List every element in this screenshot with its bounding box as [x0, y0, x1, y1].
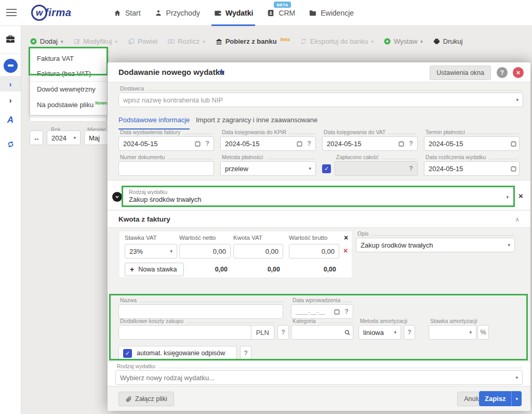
numer-dokumentu-input[interactable]: [119, 162, 214, 175]
button-label: Drukuj: [443, 37, 463, 45]
wartosc-netto-input[interactable]: [180, 244, 230, 258]
help-icon[interactable]: ?: [407, 140, 417, 147]
help-icon[interactable]: ?: [342, 308, 353, 315]
calendar-icon[interactable]: [194, 140, 201, 147]
clear-table-icon[interactable]: ×: [344, 234, 348, 242]
data-rozliczenia-field[interactable]: Data rozliczenia wydatku: [424, 161, 520, 176]
data-ksiegowania-vat-field[interactable]: Data księgowania do VAT ?: [322, 136, 418, 151]
calendar-icon[interactable]: [296, 140, 303, 147]
help-icon[interactable]: ?: [497, 67, 508, 78]
nowa-stawka-button[interactable]: + Nowa stawka: [125, 263, 184, 276]
sidebar-item-briefcase[interactable]: [0, 31, 21, 47]
sidebar-item-expand-1[interactable]: ›: [0, 76, 21, 92]
data-wystawienia-field[interactable]: Data wystawienia faktury ?: [118, 136, 214, 151]
nazwa-field[interactable]: Nazwa: [118, 304, 283, 319]
collapse-section-button[interactable]: [112, 192, 122, 202]
kategoria-input[interactable]: [291, 326, 343, 339]
dodatkowe-koszty-input[interactable]: [119, 326, 251, 339]
calendar-icon[interactable]: [398, 140, 405, 147]
powiel-button[interactable]: Powiel: [127, 37, 157, 45]
nazwa-input[interactable]: [119, 305, 283, 318]
calendar-icon[interactable]: [334, 308, 340, 315]
help-icon[interactable]: ?: [203, 140, 214, 147]
sidebar-item-sync[interactable]: [0, 136, 21, 152]
wartosc-brutto-field[interactable]: [289, 244, 339, 258]
dodaj-button[interactable]: Dodaj ▾: [30, 37, 63, 45]
data-wystawienia-input[interactable]: [119, 137, 193, 150]
hamburger-menu-icon[interactable]: [6, 9, 17, 17]
total-netto: 0,00: [196, 266, 228, 273]
save-dropdown-arrow-icon[interactable]: ▾: [511, 391, 522, 406]
remove-expense-type-icon[interactable]: ×: [518, 191, 523, 200]
stawka-vat-select[interactable]: 23% ▾: [125, 244, 177, 258]
rozlicz-button[interactable]: Rozlicz ▾: [167, 37, 205, 45]
sidebar-item-amortization[interactable]: A: [0, 112, 21, 128]
nav-item-przychody[interactable]: Przychody: [154, 0, 200, 26]
collapse-chevron-icon[interactable]: ∧: [515, 216, 520, 223]
wfirma-logo[interactable]: w firma: [31, 5, 71, 21]
pobierz-z-banku-button[interactable]: Pobierz z banku Beta: [215, 37, 290, 45]
help-icon[interactable]: ?: [277, 325, 289, 340]
nav-item-crm[interactable]: BETA CRM: [267, 0, 295, 26]
data-ksiegowania-kpir-input[interactable]: [221, 137, 295, 150]
help-icon[interactable]: ?: [407, 165, 417, 172]
termin-platnosci-input[interactable]: [424, 137, 509, 150]
dodatkowe-koszty-field[interactable]: Dodatkowe koszty zakupu PLN: [118, 325, 274, 340]
sidebar-item-wydatki-active[interactable]: [0, 58, 21, 73]
kwota-vat-field[interactable]: [233, 244, 283, 258]
nowy-rodzaj-wydatku-select[interactable]: Rodzaj wydatku Wybierz nowy rodzaj wydat…: [115, 370, 523, 385]
zapisz-button[interactable]: Zapisz ▾: [479, 391, 522, 406]
wartosc-netto-field[interactable]: [179, 244, 231, 258]
menu-item-na-podstawie-pliku[interactable]: Na podstawie plikuNowość: [30, 97, 107, 112]
data-wprowadzenia-field[interactable]: Data wprowadzenia ?: [291, 304, 353, 319]
tab-podstawowe-informacje[interactable]: Podstawowe informacje: [118, 116, 190, 130]
data-ksiegowania-vat-input[interactable]: [323, 137, 397, 150]
year-range-toggle[interactable]: ↔: [30, 131, 43, 145]
dropdown-arrow-icon: ▾: [203, 39, 205, 44]
data-wprowadzenia-input[interactable]: [291, 305, 332, 318]
calendar-icon[interactable]: [510, 165, 517, 172]
window-settings-button[interactable]: Ustawienia okna: [430, 66, 491, 80]
button-label: Zapisz: [479, 391, 511, 406]
termin-platnosci-field[interactable]: Termin płatności: [424, 136, 520, 151]
wartosc-brutto-input[interactable]: [289, 244, 339, 258]
calendar-icon[interactable]: [510, 140, 517, 147]
menu-item-dowod-wewnetrzny[interactable]: Dowód wewnętrzny: [30, 81, 107, 97]
metoda-amortyzacji-select[interactable]: Metoda amortyzacji liniowa ▾: [358, 325, 401, 340]
close-icon[interactable]: ×: [513, 67, 524, 78]
nav-item-ewidencje[interactable]: Ewidencje: [309, 0, 354, 26]
favorite-star-icon[interactable]: ★: [218, 67, 225, 76]
zalacz-pliki-button[interactable]: Załącz pliki: [118, 392, 174, 406]
kategoria-field[interactable]: Kategoria: [291, 325, 353, 340]
auto-posting-field[interactable]: ✓ automat. księgowanie odpisów: [118, 346, 237, 360]
search-icon[interactable]: [344, 329, 351, 336]
app-screen: w firma Start Przychody Wydatki BETA CRM: [0, 0, 532, 414]
auto-posting-checkbox[interactable]: ✓: [123, 349, 132, 358]
delete-row-icon[interactable]: ×: [343, 247, 348, 255]
help-icon[interactable]: ?: [305, 140, 315, 147]
opis-select[interactable]: Opis Zakup środków trwałych ▾: [356, 238, 515, 252]
rok-select[interactable]: 2024 ▾: [47, 131, 81, 145]
sidebar-item-expand-2[interactable]: ›: [0, 92, 21, 108]
help-icon[interactable]: ?: [404, 325, 415, 340]
data-ksiegowania-kpir-field[interactable]: Data księgowania do KPiR ?: [220, 136, 316, 151]
stawka-amortyzacji-select[interactable]: Stawka amortyzacji ▾: [429, 325, 476, 340]
kwota-vat-input[interactable]: [234, 244, 283, 258]
nav-item-start[interactable]: Start: [113, 0, 141, 26]
modyfikuj-button[interactable]: Modyfikuj ▾: [73, 37, 117, 45]
menu-item-faktura-bez-vat[interactable]: Faktura (bez VAT): [30, 66, 107, 81]
data-rozliczenia-input[interactable]: [424, 162, 509, 175]
numer-dokumentu-field[interactable]: Numer dokumentu: [118, 161, 214, 176]
wallet-circle-icon: [4, 59, 18, 73]
dostawca-field[interactable]: Dostawca ▾: [118, 93, 523, 107]
help-icon[interactable]: ?: [240, 346, 251, 360]
menu-item-faktura-vat[interactable]: Faktura VAT: [30, 51, 107, 66]
nav-item-wydatki[interactable]: Wydatki: [214, 0, 253, 26]
zaplacono-calosc-checkbox[interactable]: ✓: [322, 164, 331, 173]
metoda-platnosci-select[interactable]: Metoda płatności przelew ▾: [220, 161, 316, 176]
dostawca-input[interactable]: [119, 93, 514, 107]
eksportuj-do-banku-button[interactable]: Eksportuj do banku ▾: [300, 37, 374, 45]
tab-import-z-zagranicy[interactable]: Import z zagranicy i inne zaawansowane: [196, 116, 317, 128]
drukuj-button[interactable]: Drukuj: [433, 37, 463, 45]
wystaw-button[interactable]: Wystaw ▾: [383, 37, 423, 45]
